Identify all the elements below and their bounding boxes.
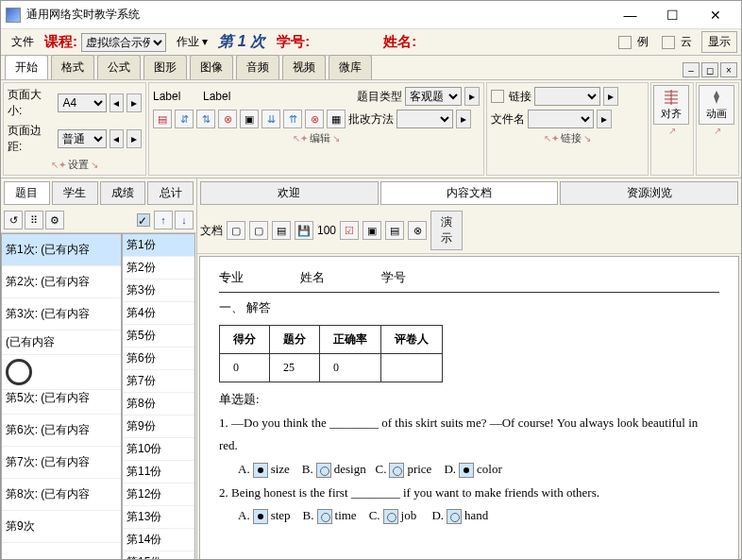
filename-go[interactable]: ▸ [597, 110, 612, 128]
left-tab-student[interactable]: 学生 [52, 181, 98, 205]
list-item[interactable]: 第15份 [123, 552, 194, 560]
left-tool-1[interactable]: ↺ [4, 211, 23, 229]
homework-menu[interactable]: 作业 ▾ [170, 31, 214, 53]
right-tab-resource[interactable]: 资源浏览 [560, 181, 738, 205]
list-item[interactable]: 第8份 [123, 393, 194, 416]
doc-btn-6[interactable]: ⊗ [408, 221, 427, 240]
parts-list[interactable]: 第1份 第2份 第3份 第4份 第5份 第6份 第7份 第8份 第9份 第10份… [122, 233, 195, 560]
radio-q2-d[interactable] [447, 509, 462, 524]
radio-q1-a[interactable] [253, 463, 268, 478]
radio-q1-b[interactable] [316, 463, 331, 478]
list-item[interactable]: 第5份 [123, 325, 194, 348]
link-select[interactable] [534, 87, 600, 106]
doc-save[interactable]: 💾 [295, 221, 313, 240]
right-tab-content[interactable]: 内容文档 [380, 181, 559, 205]
tab-format[interactable]: 格式 [51, 55, 94, 79]
list-item[interactable]: 第1份 [123, 234, 194, 257]
right-tab-welcome[interactable]: 欢迎 [200, 181, 379, 205]
list-item[interactable]: 第10份 [123, 438, 194, 461]
left-tool-2[interactable]: ⠿ [25, 211, 43, 229]
close-button[interactable]: ✕ [694, 2, 736, 28]
left-tab-grade[interactable]: 成绩 [100, 181, 146, 205]
restore-ribbon-button[interactable]: ◻ [701, 62, 718, 77]
maximize-button[interactable]: ☐ [651, 2, 694, 28]
list-item[interactable]: 第12份 [123, 484, 194, 506]
tab-microlib[interactable]: 微库 [329, 55, 372, 79]
tab-image[interactable]: 图像 [190, 55, 233, 79]
list-item[interactable]: 第1次: (已有内容 [2, 234, 121, 266]
list-item[interactable]: 第9次 [2, 511, 121, 543]
list-item[interactable]: 第7份 [123, 370, 194, 393]
down-button[interactable]: ↓ [175, 211, 194, 229]
display-button[interactable]: 显示 [701, 31, 737, 53]
edit-btn-1[interactable]: ▤ [153, 110, 172, 128]
radio-q2-c[interactable] [383, 509, 398, 524]
doc-check[interactable]: ☑ [340, 221, 359, 240]
doc-btn-4[interactable]: ▣ [363, 221, 381, 240]
link-checkbox[interactable] [491, 90, 504, 103]
tab-shape[interactable]: 图形 [143, 55, 187, 79]
edit-btn-6[interactable]: ⇊ [261, 110, 280, 128]
edit-btn-4[interactable]: ⊗ [218, 110, 237, 128]
cloud-checkbox[interactable] [662, 36, 675, 49]
left-tab-total[interactable]: 总计 [147, 181, 194, 205]
list-item[interactable]: 第6份 [123, 348, 194, 370]
list-item[interactable]: 第3份 [123, 280, 194, 302]
edit-btn-7[interactable]: ⇈ [283, 110, 302, 128]
list-item[interactable]: 第8次: (已有内容 [2, 479, 121, 511]
list-item[interactable]: 第2份 [123, 257, 194, 280]
radio-q1-d[interactable] [459, 463, 474, 478]
list-item[interactable]: 第11份 [123, 461, 194, 484]
radio-q1-c[interactable] [389, 463, 404, 478]
document-area[interactable]: 专业 姓名 学号 一、 解答 得分题分正确率评卷人 0250 单选题: 1. —… [199, 256, 739, 560]
minimize-button[interactable]: — [609, 2, 651, 28]
tab-start[interactable]: 开始 [5, 55, 48, 79]
doc-btn-1[interactable]: ▢ [227, 221, 245, 240]
tab-video[interactable]: 视频 [282, 55, 326, 79]
edit-btn-8[interactable]: ⊗ [305, 110, 324, 128]
edit-btn-9[interactable]: ▦ [327, 110, 346, 128]
left-tool-3[interactable]: ⚙ [45, 211, 64, 229]
qtype-select[interactable]: 客观题 [405, 87, 462, 106]
anim-button[interactable]: 动画 [699, 85, 734, 125]
up-button[interactable]: ↑ [154, 211, 173, 229]
edit-btn-5[interactable]: ▣ [240, 110, 259, 128]
file-menu[interactable]: 文件 [5, 31, 41, 53]
present-button[interactable]: 演示 [430, 211, 463, 250]
list-item[interactable]: 第14份 [123, 529, 194, 552]
list-item-loading[interactable] [2, 355, 121, 390]
list-item[interactable]: 第9份 [123, 416, 194, 438]
edit-btn-3[interactable]: ⇅ [196, 110, 215, 128]
min-ribbon-button[interactable]: – [683, 62, 700, 77]
list-item[interactable]: 第2次: (已有内容 [2, 266, 121, 298]
list-item[interactable]: 第13份 [123, 506, 194, 529]
batch-select[interactable] [396, 110, 453, 128]
doc-btn-2[interactable]: ▢ [249, 221, 268, 240]
doc-btn-3[interactable]: ▤ [272, 221, 291, 240]
tab-audio[interactable]: 音频 [236, 55, 279, 79]
radio-q2-a[interactable] [253, 509, 268, 524]
list-item[interactable]: 第5次: (已有内容 [2, 390, 121, 415]
batch-next[interactable]: ▸ [456, 110, 471, 128]
list-item[interactable]: 第6次: (已有内容 [2, 415, 121, 447]
radio-q2-b[interactable] [317, 509, 332, 524]
page-size-prev[interactable]: ◂ [110, 93, 125, 112]
list-item[interactable]: 第3次: (已有内容 [2, 298, 121, 331]
list-item[interactable]: 第7次: (已有内容 [2, 447, 121, 479]
left-tab-question[interactable]: 题目 [4, 181, 50, 205]
times-list[interactable]: 第1次: (已有内容 第2次: (已有内容 第3次: (已有内容 (已有内容 第… [1, 233, 122, 560]
course-select[interactable]: 虚拟综合示例 [81, 33, 166, 52]
align-button[interactable]: 对齐 [653, 85, 689, 125]
page-size-select[interactable]: A4 [58, 93, 106, 112]
tab-formula[interactable]: 公式 [97, 55, 141, 79]
page-margin-next[interactable]: ▸ [126, 129, 142, 148]
filename-select[interactable] [528, 110, 594, 128]
page-margin-prev[interactable]: ◂ [110, 129, 125, 148]
page-margin-select[interactable]: 普通 [58, 129, 106, 148]
link-go[interactable]: ▸ [603, 87, 618, 106]
page-size-next[interactable]: ▸ [126, 93, 142, 112]
doc-btn-5[interactable]: ▤ [385, 221, 404, 240]
example-checkbox[interactable] [618, 36, 632, 49]
close-ribbon-button[interactable]: × [720, 62, 737, 77]
qtype-next[interactable]: ▸ [464, 87, 480, 106]
